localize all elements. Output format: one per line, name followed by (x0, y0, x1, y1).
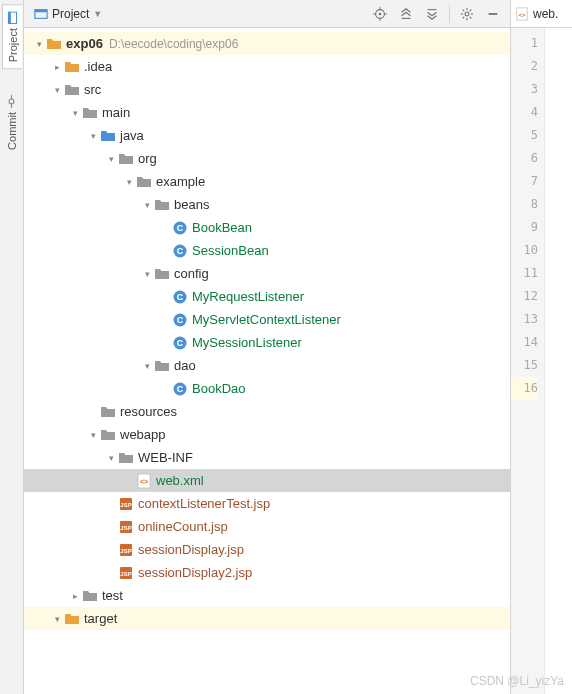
tree-node[interactable]: ▾config (24, 262, 510, 285)
line-number: 11 (511, 262, 538, 285)
svg-text:JSP: JSP (120, 502, 131, 508)
tree-node[interactable]: ▸resources (24, 400, 510, 423)
chevron-down-icon[interactable]: ▾ (140, 361, 154, 371)
line-number: 1 (511, 32, 538, 55)
collapse-icon (425, 7, 439, 21)
tree-node[interactable]: ▸JSPsessionDisplay.jsp (24, 538, 510, 561)
folder-icon (64, 611, 80, 627)
tree-node[interactable]: ▸CSessionBean (24, 239, 510, 262)
tree-node-label: MyServletContextListener (192, 312, 341, 327)
chevron-down-icon[interactable]: ▾ (86, 131, 100, 141)
chevron-down-icon[interactable]: ▾ (32, 39, 46, 49)
tree-node[interactable]: ▾exp06D:\eecode\coding\exp06 (24, 32, 510, 55)
tree-node[interactable]: ▸<>web.xml (24, 469, 510, 492)
tree-node-label: java (120, 128, 144, 143)
chevron-down-icon[interactable]: ▾ (122, 177, 136, 187)
editor-tab-webxml[interactable]: <> web. (511, 0, 572, 28)
chevron-down-icon[interactable]: ▾ (50, 85, 64, 95)
tree-node-label: webapp (120, 427, 166, 442)
project-view-label: Project (52, 7, 89, 21)
tree-node[interactable]: ▾org (24, 147, 510, 170)
tree-node[interactable]: ▸JSPcontextListenerTest.jsp (24, 492, 510, 515)
tree-node-label: exp06 (66, 36, 103, 51)
tree-node-label: contextListenerTest.jsp (138, 496, 270, 511)
xml-file-icon: <> (136, 473, 152, 489)
chevron-down-icon[interactable]: ▾ (140, 200, 154, 210)
tree-node-label: MySessionListener (192, 335, 302, 350)
tree-node[interactable]: ▸.idea (24, 55, 510, 78)
tree-node-label: resources (120, 404, 177, 419)
tree-node[interactable]: ▸test (24, 584, 510, 607)
tree-node-label: target (84, 611, 117, 626)
line-number: 15 (511, 354, 538, 377)
hide-button[interactable] (482, 3, 504, 25)
line-number: 5 (511, 124, 538, 147)
tree-node-label: WEB-INF (138, 450, 193, 465)
tree-node[interactable]: ▾beans (24, 193, 510, 216)
tree-node-label: sessionDisplay2.jsp (138, 565, 252, 580)
chevron-down-icon[interactable]: ▾ (86, 430, 100, 440)
expand-all-button[interactable] (395, 3, 417, 25)
tree-node-label: beans (174, 197, 209, 212)
tree-node[interactable]: ▾webapp (24, 423, 510, 446)
tree-node-label: BookBean (192, 220, 252, 235)
tree-node[interactable]: ▸CMySessionListener (24, 331, 510, 354)
svg-text:JSP: JSP (120, 548, 131, 554)
tree-node[interactable]: ▾target (24, 607, 510, 630)
line-number: 6 (511, 147, 538, 170)
svg-text:JSP: JSP (120, 571, 131, 577)
chevron-down-icon[interactable]: ▾ (140, 269, 154, 279)
svg-line-23 (470, 9, 472, 11)
tree-node[interactable]: ▾src (24, 78, 510, 101)
jsp-file-icon: JSP (118, 542, 134, 558)
side-tab-project[interactable]: Project (2, 4, 22, 69)
project-icon (6, 11, 19, 24)
line-number: 8 (511, 193, 538, 216)
chevron-right-icon[interactable]: ▸ (50, 62, 64, 72)
class-icon: C (172, 312, 188, 328)
tree-node[interactable]: ▸CMyServletContextListener (24, 308, 510, 331)
tree-node[interactable]: ▾example (24, 170, 510, 193)
folder-icon (136, 174, 152, 190)
tree-node[interactable]: ▾WEB-INF (24, 446, 510, 469)
line-number: 9 (511, 216, 538, 239)
svg-rect-6 (35, 9, 47, 12)
chevron-down-icon[interactable]: ▾ (104, 154, 118, 164)
minimize-icon (486, 7, 500, 21)
class-icon: C (172, 220, 188, 236)
tree-node-label: main (102, 105, 130, 120)
tree-node-label: MyRequestListener (192, 289, 304, 304)
tree-node[interactable]: ▸CBookDao (24, 377, 510, 400)
svg-rect-24 (489, 13, 498, 15)
tree-node[interactable]: ▸JSPsessionDisplay2.jsp (24, 561, 510, 584)
tree-node[interactable]: ▾java (24, 124, 510, 147)
folder-icon (100, 128, 116, 144)
editor-area: <> web. 12345678910111213141516 (510, 0, 572, 694)
line-number: 13 (511, 308, 538, 331)
locate-file-button[interactable] (369, 3, 391, 25)
folder-icon (100, 404, 116, 420)
jsp-file-icon: JSP (118, 565, 134, 581)
project-view-selector[interactable]: Project ▼ (30, 5, 106, 23)
svg-line-20 (463, 9, 465, 11)
chevron-down-icon[interactable]: ▾ (68, 108, 82, 118)
line-number: 16 (511, 377, 538, 400)
tree-node[interactable]: ▸CMyRequestListener (24, 285, 510, 308)
chevron-down-icon[interactable]: ▾ (104, 453, 118, 463)
expand-icon (399, 7, 413, 21)
chevron-down-icon[interactable]: ▾ (50, 614, 64, 624)
project-tree[interactable]: ▾exp06D:\eecode\coding\exp06▸.idea▾src▾m… (24, 28, 510, 694)
svg-point-2 (9, 99, 14, 104)
side-tab-commit[interactable]: Commit (2, 89, 21, 156)
tree-node[interactable]: ▸JSPonlineCount.jsp (24, 515, 510, 538)
collapse-all-button[interactable] (421, 3, 443, 25)
tree-node[interactable]: ▾dao (24, 354, 510, 377)
tree-node[interactable]: ▾main (24, 101, 510, 124)
commit-icon (5, 95, 18, 108)
settings-button[interactable] (456, 3, 478, 25)
tree-node[interactable]: ▸CBookBean (24, 216, 510, 239)
chevron-right-icon[interactable]: ▸ (68, 591, 82, 601)
tree-node-label: example (156, 174, 205, 189)
line-gutter: 12345678910111213141516 (511, 28, 545, 694)
line-number: 14 (511, 331, 538, 354)
